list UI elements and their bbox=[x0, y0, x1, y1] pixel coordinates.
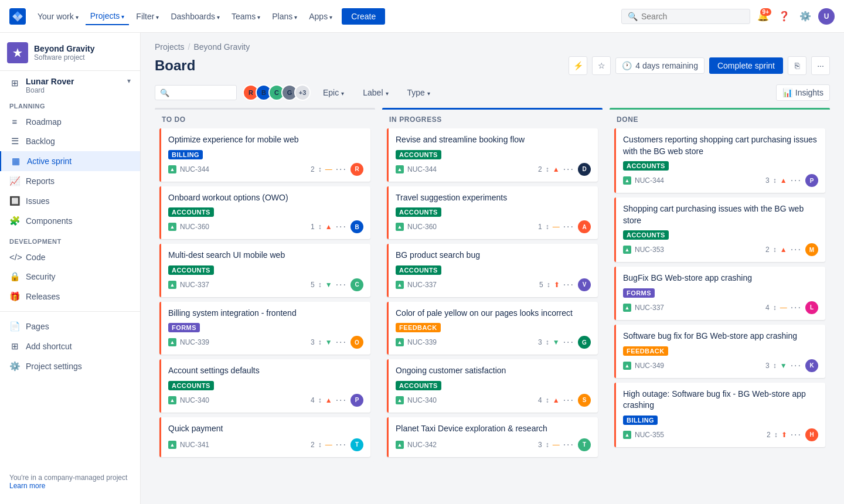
sidebar-item-backlog[interactable]: ☰ Backlog bbox=[0, 131, 140, 151]
card-issue-id: NUC-337 bbox=[407, 281, 536, 289]
nav-apps[interactable]: Apps bbox=[304, 8, 337, 25]
nav-your-work[interactable]: Your work bbox=[33, 8, 83, 25]
notifications-icon[interactable]: 🔔 9+ bbox=[755, 8, 771, 25]
sidebar-item-project-settings[interactable]: ⚙️ Project settings bbox=[0, 356, 140, 376]
topnav-right: 🔍 🔔 9+ ❓ ⚙️ U bbox=[621, 8, 835, 25]
insights-button[interactable]: 📊 Insights bbox=[776, 84, 830, 101]
card-issue-id: NUC-353 bbox=[635, 246, 762, 254]
board-search-input[interactable] bbox=[172, 88, 232, 97]
sidebar-item-issues[interactable]: 🔲 Issues bbox=[0, 191, 140, 211]
board-search[interactable]: 🔍 bbox=[155, 85, 237, 100]
settings-icon[interactable]: ⚙️ bbox=[797, 8, 814, 25]
more-options-icon[interactable]: ··· bbox=[791, 360, 802, 371]
issue-type-icon: ▲ bbox=[623, 304, 631, 312]
breadcrumb-projects-link[interactable]: Projects bbox=[155, 42, 185, 52]
issue-type-icon: ▲ bbox=[168, 165, 176, 173]
card[interactable]: Color of pale yellow on our pages looks … bbox=[387, 302, 598, 355]
more-options-icon[interactable]: ··· bbox=[336, 337, 347, 348]
priority-icon: ⬆ bbox=[781, 431, 787, 439]
priority-icon: ⬆ bbox=[554, 281, 560, 289]
card[interactable]: Travel suggestion experiments ACCOUNTS ▲… bbox=[387, 186, 598, 240]
sidebar-item-components[interactable]: 🧩 Components bbox=[0, 211, 140, 231]
card-title: Account settings defaults bbox=[168, 365, 363, 377]
epic-filter[interactable]: Epic bbox=[316, 84, 350, 101]
sidebar-item-releases[interactable]: 🎁 Releases bbox=[0, 287, 140, 307]
card[interactable]: Software bug fix for BG Web-store app cr… bbox=[614, 325, 825, 378]
more-options-icon[interactable]: ··· bbox=[563, 164, 574, 175]
sidebar-item-security[interactable]: 🔒 Security bbox=[0, 267, 140, 287]
card[interactable]: Quick payment ▲ NUC-341 2 ↕ — ··· T bbox=[159, 417, 370, 457]
card[interactable]: Onboard workout options (OWO) ACCOUNTS ▲… bbox=[159, 186, 370, 240]
story-points-icon: ↕ bbox=[547, 281, 550, 289]
star-button[interactable]: ☆ bbox=[592, 56, 611, 75]
search-input[interactable] bbox=[641, 12, 744, 21]
sidebar-item-active-sprint[interactable]: ▦ Active sprint bbox=[0, 151, 140, 171]
sidebar-item-active-sprint-parent[interactable]: ⊞ Lunar Rover Board ▾ bbox=[0, 71, 140, 96]
card[interactable]: BG product search bug ACCOUNTS ▲ NUC-337… bbox=[387, 244, 598, 297]
nav-projects[interactable]: Projects bbox=[86, 8, 130, 25]
more-options-icon[interactable]: ··· bbox=[791, 175, 802, 186]
more-options-icon[interactable]: ··· bbox=[336, 164, 347, 175]
more-options-icon[interactable]: ··· bbox=[336, 440, 347, 450]
help-icon[interactable]: ❓ bbox=[776, 8, 792, 25]
share-button[interactable]: ⎘ bbox=[788, 56, 806, 75]
card[interactable]: Optimize experience for mobile web BILLI… bbox=[159, 128, 370, 182]
svg-rect-0 bbox=[9, 8, 26, 25]
priority-icon: ▲ bbox=[325, 396, 332, 404]
more-button[interactable]: ··· bbox=[811, 56, 830, 75]
nav-plans[interactable]: Plans bbox=[267, 8, 302, 25]
breadcrumb-project-link[interactable]: Beyond Gravity bbox=[193, 42, 250, 52]
more-options-icon[interactable]: ··· bbox=[563, 395, 574, 406]
more-options-icon[interactable]: ··· bbox=[791, 430, 802, 440]
nav-filter[interactable]: Filter bbox=[131, 8, 164, 25]
card[interactable]: Shopping cart purchasing issues with the… bbox=[614, 197, 825, 262]
nav-teams[interactable]: Teams bbox=[227, 8, 265, 25]
nav-dashboards[interactable]: Dashboards bbox=[166, 8, 224, 25]
card[interactable]: BugFix BG Web-store app crashing FORMS ▲… bbox=[614, 267, 825, 320]
more-options-icon[interactable]: ··· bbox=[791, 244, 802, 255]
sidebar-item-pages[interactable]: 📄 Pages bbox=[0, 316, 140, 336]
card-avatar: M bbox=[805, 243, 818, 256]
more-options-icon[interactable]: ··· bbox=[336, 280, 347, 290]
sidebar-item-roadmap[interactable]: ≡ Roadmap bbox=[0, 112, 140, 131]
card-num: 4 bbox=[765, 304, 770, 312]
more-options-icon[interactable]: ··· bbox=[563, 280, 574, 290]
label-filter[interactable]: Label bbox=[356, 84, 394, 101]
more-options-icon[interactable]: ··· bbox=[791, 302, 802, 313]
sidebar-label-releases: Releases bbox=[26, 292, 131, 301]
card[interactable]: High outage: Software bug fix - BG Web-s… bbox=[614, 383, 825, 447]
more-options-icon[interactable]: ··· bbox=[563, 222, 574, 232]
card[interactable]: Multi-dest search UI mobile web ACCOUNTS… bbox=[159, 244, 370, 297]
jira-logo[interactable] bbox=[9, 8, 26, 25]
priority-icon: ▲ bbox=[780, 246, 787, 254]
user-avatar[interactable]: U bbox=[818, 8, 835, 25]
sidebar-item-code[interactable]: </> Code bbox=[0, 247, 140, 267]
card-tag: BILLING bbox=[168, 150, 203, 159]
card[interactable]: Planet Taxi Device exploration & researc… bbox=[387, 417, 598, 457]
more-options-icon[interactable]: ··· bbox=[336, 395, 347, 406]
days-remaining: 🕐 4 days remaining bbox=[615, 57, 705, 74]
create-button[interactable]: Create bbox=[342, 8, 385, 25]
sidebar-item-add-shortcut[interactable]: ⊞ Add shortcut bbox=[0, 336, 140, 356]
learn-more-link[interactable]: Learn more bbox=[9, 482, 45, 490]
card-issue-id: NUC-344 bbox=[407, 165, 535, 173]
project-type: Software project bbox=[34, 53, 94, 62]
search-box[interactable]: 🔍 bbox=[621, 9, 750, 24]
complete-sprint-button[interactable]: Complete sprint bbox=[709, 57, 783, 74]
sidebar-divider bbox=[0, 311, 140, 312]
lightning-button[interactable]: ⚡ bbox=[569, 56, 587, 75]
card[interactable]: Ongoing customer satisfaction ACCOUNTS ▲… bbox=[387, 359, 598, 413]
card[interactable]: Billing system integration - frontend FO… bbox=[159, 302, 370, 355]
more-options-icon[interactable]: ··· bbox=[563, 337, 574, 348]
card[interactable]: Revise and streamline booking flow ACCOU… bbox=[387, 128, 598, 182]
card-num: 4 bbox=[311, 396, 315, 404]
more-options-icon[interactable]: ··· bbox=[563, 440, 574, 450]
card-tag: ACCOUNTS bbox=[396, 265, 441, 275]
sidebar-item-reports[interactable]: 📈 Reports bbox=[0, 171, 140, 191]
card-issue-id: NUC-342 bbox=[407, 441, 535, 449]
type-filter[interactable]: Type bbox=[401, 84, 437, 101]
avatar-extra-count[interactable]: +3 bbox=[294, 84, 311, 101]
more-options-icon[interactable]: ··· bbox=[336, 222, 347, 232]
card[interactable]: Account settings defaults ACCOUNTS ▲ NUC… bbox=[159, 359, 370, 413]
card[interactable]: Customers reporting shopping cart purcha… bbox=[614, 128, 825, 193]
